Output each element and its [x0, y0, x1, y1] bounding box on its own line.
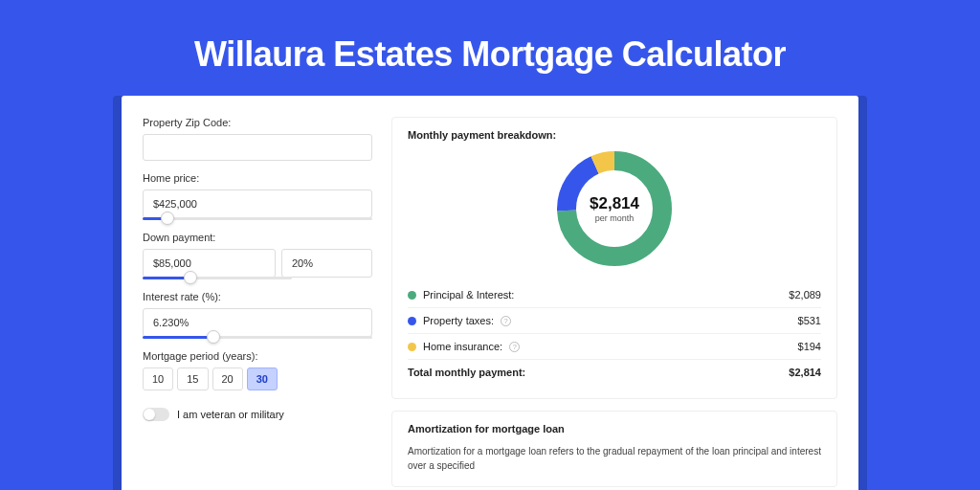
amortization-text: Amortization for a mortgage loan refers … [408, 444, 821, 473]
calculator-card: Property Zip Code: Home price: Down paym… [122, 96, 858, 490]
interest-label: Interest rate (%): [143, 291, 372, 302]
period-15-button[interactable]: 15 [177, 368, 208, 390]
dot-icon [408, 291, 416, 300]
home-price-label: Home price: [143, 172, 372, 184]
breakdown-title: Monthly payment breakdown: [408, 129, 821, 141]
amortization-title: Amortization for mortgage loan [408, 423, 821, 434]
donut-center: $2,814 per month [556, 150, 673, 267]
donut-wrap: $2,814 per month [408, 150, 821, 267]
period-label: Mortgage period (years): [143, 350, 372, 362]
breakdown-label: Home insurance: [423, 341, 502, 352]
down-payment-input[interactable] [143, 249, 276, 278]
dot-icon [408, 317, 416, 325]
breakdown-label: Property taxes: [423, 315, 494, 326]
total-label: Total monthly payment: [408, 367, 525, 378]
veteran-label: I am veteran or military [177, 409, 284, 420]
slider-thumb[interactable] [207, 330, 220, 344]
inputs-column: Property Zip Code: Home price: Down paym… [143, 117, 372, 490]
home-price-group: Home price: [143, 172, 372, 220]
period-20-button[interactable]: 20 [212, 368, 243, 390]
down-payment-pct-input[interactable] [281, 249, 372, 278]
period-30-button[interactable]: 30 [247, 368, 278, 390]
card-shadow: Property Zip Code: Home price: Down paym… [113, 96, 867, 490]
interest-slider[interactable] [143, 336, 372, 339]
down-payment-label: Down payment: [143, 232, 372, 243]
breakdown-panel: Monthly payment breakdown: $2,814 per mo… [391, 117, 837, 399]
zip-input[interactable] [143, 134, 372, 161]
breakdown-row-taxes: Property taxes: ? $531 [408, 308, 821, 334]
dot-icon [408, 343, 416, 351]
info-icon[interactable]: ? [501, 316, 511, 326]
breakdown-label: Principal & Interest: [423, 289, 514, 301]
breakdown-value: $2,089 [789, 289, 821, 301]
veteran-toggle[interactable] [143, 408, 169, 421]
page-title: Willaura Estates Mortgage Calculator [0, 34, 980, 75]
slider-thumb[interactable] [184, 271, 197, 284]
breakdown-value: $194 [798, 341, 821, 352]
donut-chart: $2,814 per month [556, 150, 673, 267]
donut-sub: per month [595, 213, 635, 223]
period-10-button[interactable]: 10 [143, 368, 173, 390]
home-price-slider[interactable] [143, 217, 372, 220]
down-payment-slider[interactable] [143, 277, 292, 279]
zip-group: Property Zip Code: [143, 117, 372, 161]
period-group: Mortgage period (years): 10 15 20 30 [143, 350, 372, 390]
breakdown-row-insurance: Home insurance: ? $194 [408, 334, 821, 360]
donut-amount: $2,814 [590, 194, 639, 213]
info-icon[interactable]: ? [509, 342, 520, 352]
down-payment-group: Down payment: [143, 232, 372, 279]
results-column: Monthly payment breakdown: $2,814 per mo… [391, 117, 837, 490]
zip-label: Property Zip Code: [143, 117, 372, 128]
slider-thumb[interactable] [161, 212, 174, 225]
interest-group: Interest rate (%): [143, 291, 372, 339]
veteran-row: I am veteran or military [143, 408, 372, 421]
period-buttons: 10 15 20 30 [143, 368, 372, 390]
breakdown-value: $531 [798, 315, 821, 326]
hero: Willaura Estates Mortgage Calculator [0, 0, 980, 96]
amortization-panel: Amortization for mortgage loan Amortizat… [391, 411, 837, 487]
interest-input[interactable] [143, 308, 372, 337]
total-value: $2,814 [789, 367, 821, 378]
breakdown-row-principal: Principal & Interest: $2,089 [408, 282, 821, 308]
breakdown-row-total: Total monthly payment: $2,814 [408, 360, 821, 385]
home-price-input[interactable] [143, 189, 372, 218]
